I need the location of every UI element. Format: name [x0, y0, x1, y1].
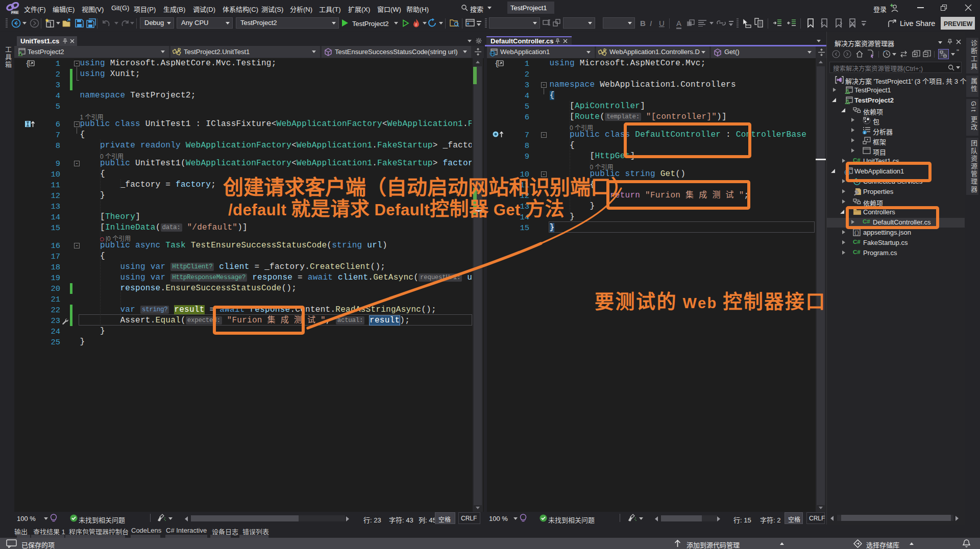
- svg-text:PRE: PRE: [11, 11, 18, 14]
- svg-text:i: i: [864, 131, 865, 134]
- svg-text:{}: {}: [854, 231, 860, 236]
